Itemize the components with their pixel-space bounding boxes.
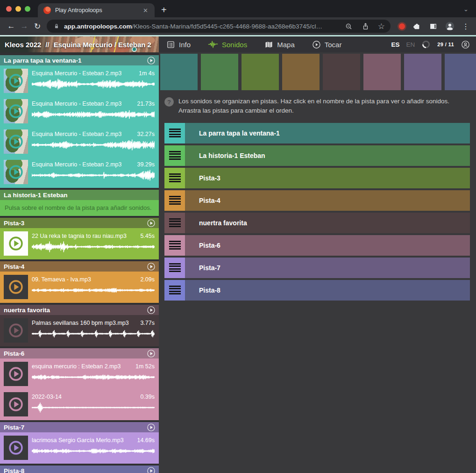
zoom-window-button[interactable]	[25, 6, 30, 12]
track-play-button[interactable]	[147, 219, 156, 228]
drag-handle[interactable]	[164, 258, 185, 278]
clip-waveform	[32, 241, 155, 253]
audio-clip[interactable]: lacrimosa Sergio García Merlo.mp3 14.69s	[0, 433, 159, 463]
tab-mapa[interactable]: Mapa	[264, 40, 295, 49]
drag-handle[interactable]	[164, 190, 185, 211]
track-row[interactable]: Pista-3	[164, 168, 470, 188]
track-row[interactable]: Pista-8	[164, 280, 470, 301]
track-row[interactable]: La parra tapa la ventana-1	[164, 123, 470, 143]
reload-button[interactable]: ↻	[31, 22, 44, 31]
track-row-bar[interactable]: Pista-4	[185, 190, 470, 211]
side-panel-icon[interactable]	[428, 22, 438, 31]
help-icon[interactable]: ?	[164, 97, 174, 107]
track-row-bar[interactable]: Pista-7	[185, 258, 470, 278]
minimize-window-button[interactable]	[15, 6, 21, 12]
recording-extension-icon[interactable]	[399, 23, 405, 29]
drag-handle-icon	[169, 241, 181, 250]
tab-info[interactable]: Info	[166, 40, 191, 49]
drag-handle[interactable]	[164, 213, 185, 233]
audio-clip[interactable]: Esquina Mercurio - Esteban 2.mp3 1m 4s	[0, 66, 159, 96]
share-icon[interactable]	[361, 22, 370, 31]
clip-thumbnail[interactable]	[4, 160, 28, 184]
tab-sonidos[interactable]: Sonidos	[208, 40, 247, 49]
browser-tab[interactable]: Play Antropoloops ✕	[38, 3, 155, 17]
breadcrumb-project[interactable]: Kleos 2022	[5, 41, 41, 49]
drag-handle[interactable]	[164, 235, 185, 256]
track-play-button[interactable]	[147, 56, 156, 65]
track-row[interactable]: nuertra favorita	[164, 213, 470, 233]
extensions-puzzle-icon[interactable]	[412, 22, 421, 31]
sidebar-track-header[interactable]: Pista-8	[0, 466, 159, 473]
track-row[interactable]: La historia-1 Esteban	[164, 145, 470, 166]
clip-thumbnail[interactable]	[4, 231, 28, 256]
close-window-button[interactable]	[6, 6, 12, 12]
track-row-label: Pista-6	[199, 242, 220, 249]
audio-clip[interactable]: Esquina Mercurio - Esteban 2.mp3 21.73s	[0, 96, 159, 127]
sidebar-track-header[interactable]: La historia-1 Esteban	[0, 190, 159, 200]
track-play-button[interactable]	[147, 349, 156, 358]
track-play-button[interactable]	[147, 262, 156, 271]
track-row[interactable]: Pista-4	[164, 190, 470, 211]
track-row[interactable]: Pista-6	[164, 235, 470, 256]
track-play-button[interactable]	[147, 306, 156, 315]
drag-handle[interactable]	[164, 280, 185, 301]
play-circle-icon	[312, 40, 321, 49]
play-icon	[7, 366, 24, 382]
lang-es[interactable]: ES	[391, 41, 399, 48]
track-play-button[interactable]	[147, 466, 156, 473]
sidebar-track-header[interactable]: Pista-3	[0, 218, 159, 228]
track-row-bar[interactable]: Pista-6	[185, 235, 470, 256]
drag-handle[interactable]	[164, 123, 185, 143]
clip-thumbnail[interactable]	[4, 69, 28, 93]
profile-avatar[interactable]	[445, 21, 455, 31]
audio-clip[interactable]: Esquina Mercurio - Esteban 2.mp3 39.29s	[0, 157, 159, 187]
track-play-button[interactable]	[147, 423, 156, 432]
track-row-bar[interactable]: La historia-1 Esteban	[185, 145, 470, 166]
tab-tocar[interactable]: Tocar	[312, 40, 342, 49]
sidebar-track-header[interactable]: Pista-7	[0, 422, 159, 432]
clip-thumbnail[interactable]	[4, 275, 28, 299]
audio-clip[interactable]: Esquina Mercurio - Esteban 2.mp3 32.27s	[0, 127, 159, 157]
drag-handle[interactable]	[164, 145, 185, 166]
forward-button[interactable]: →	[18, 22, 31, 31]
audio-clip[interactable]: 09. Temaeva - Iva.mp3 2.09s	[0, 272, 159, 302]
account-icon[interactable]	[461, 40, 470, 50]
drag-handle[interactable]	[164, 168, 185, 188]
browser-toolbar: ← → ↻ app.antropoloops.com/Kleos-Santa-M…	[0, 17, 476, 35]
play-icon	[7, 279, 24, 295]
sidebar-track-section: Pista-4 09. Temaeva - Iva.mp3 2.09s	[0, 261, 159, 303]
tab-close-icon[interactable]: ✕	[141, 7, 150, 14]
audio-clip[interactable]: 2022-03-14 0.39s	[0, 389, 159, 420]
sidebar-track-name: Pista-3	[4, 220, 24, 227]
clip-waveform	[32, 401, 155, 414]
track-color-swatch	[201, 54, 238, 90]
sidebar-track-header[interactable]: nuertra favorita	[0, 305, 159, 315]
back-button[interactable]: ←	[5, 22, 18, 31]
zoom-out-icon[interactable]	[344, 22, 353, 31]
address-bar[interactable]: app.antropoloops.com/Kleos-Santa-Marina/…	[47, 20, 391, 33]
clip-thumbnail[interactable]	[4, 129, 28, 154]
lang-en[interactable]: EN	[406, 41, 415, 48]
track-row-bar[interactable]: nuertra favorita	[185, 213, 470, 233]
clip-thumbnail[interactable]	[4, 436, 28, 460]
tab-search-chevron-icon[interactable]: ⌄	[463, 6, 476, 17]
sidebar-track-header[interactable]: Pista-6	[0, 348, 159, 358]
clip-thumbnail[interactable]	[4, 318, 28, 343]
clip-thumbnail[interactable]	[4, 362, 28, 386]
track-row-bar[interactable]: Pista-8	[185, 280, 470, 301]
track-row[interactable]: Pista-7	[164, 258, 470, 278]
clip-thumbnail[interactable]	[4, 392, 28, 416]
browser-menu-icon[interactable]: ⋮	[462, 22, 469, 31]
sidebar-track-header[interactable]: Pista-4	[0, 261, 159, 272]
track-row-bar[interactable]: La parra tapa la ventana-1	[185, 123, 470, 143]
audio-clip[interactable]: Palmas sevillanas 160 bpm mp3.mp3 3.77s	[0, 315, 159, 346]
audio-clip[interactable]: esquina mercurio : Esteban 2.mp3 1m 52s	[0, 359, 159, 389]
clip-thumbnail[interactable]	[4, 99, 28, 123]
new-tab-button[interactable]: +	[161, 5, 167, 15]
track-row-bar[interactable]: Pista-3	[185, 168, 470, 188]
bookmark-star-icon[interactable]: ☆	[378, 22, 385, 30]
info-list-icon	[166, 40, 175, 49]
audio-clip[interactable]: 22 Ua reka te tagnia to rau niau.mp3 5.4…	[0, 229, 159, 259]
clip-filename: Esquina Mercurio - Esteban 2.mp3	[32, 161, 121, 168]
sidebar-track-header[interactable]: La parra tapa la ventana-1	[0, 55, 159, 65]
